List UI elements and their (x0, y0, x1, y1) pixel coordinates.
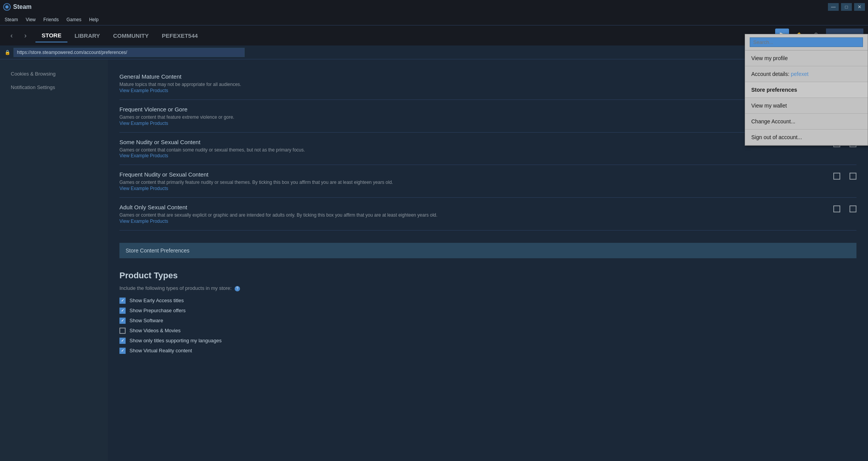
product-type-check-4[interactable] (119, 338, 126, 344)
menu-bar: Steam View Friends Games Help (0, 14, 868, 25)
forward-button[interactable]: › (18, 29, 32, 42)
product-type-label-4: Show only titles supporting my languages (129, 338, 222, 343)
nav-tabs: STORE LIBRARY COMMUNITY PEFEXET544 (35, 29, 204, 42)
product-type-label-3: Show Videos & Movies (129, 328, 181, 333)
dropdown-search-area (745, 34, 868, 50)
sidebar-item-cookies[interactable]: Cookies & Browsing (6, 67, 102, 81)
menu-view[interactable]: View (26, 17, 36, 22)
mature-row-desc-0: Mature topics that may not be appropriat… (119, 81, 826, 88)
dropdown-store-preferences[interactable]: Store preferences (745, 82, 868, 98)
mature-row-title-1: Frequent Violence or Gore (119, 106, 826, 113)
sidebar-item-notifications[interactable]: Notification Settings (6, 81, 102, 94)
svg-point-1 (5, 5, 8, 8)
dropdown-view-wallet[interactable]: View my wallet (745, 98, 868, 114)
info-icon[interactable]: ? (235, 286, 240, 291)
tab-store[interactable]: STORE (35, 29, 67, 42)
mature-row-link-1[interactable]: View Example Products (119, 121, 826, 126)
steam-icon (3, 3, 11, 11)
mature-row-info-0: General Mature Content Mature topics tha… (119, 73, 833, 93)
tab-username[interactable]: PEFEXET544 (156, 29, 204, 42)
menu-help[interactable]: Help (89, 17, 99, 22)
mature-row-title-4: Adult Only Sexual Content (119, 204, 826, 210)
mature-row-info-3: Frequent Nudity or Sexual Content Games … (119, 171, 833, 191)
product-type-label-2: Show Software (129, 318, 163, 323)
mature-row-info-1: Frequent Violence or Gore Games or conte… (119, 106, 833, 126)
menu-games[interactable]: Games (67, 17, 82, 22)
dropdown-change-account[interactable]: Change Account... (745, 114, 868, 130)
back-button[interactable]: ‹ (5, 29, 18, 42)
mature-row-desc-2: Games or content that contain some nudit… (119, 147, 826, 153)
tab-library[interactable]: LIBRARY (68, 29, 106, 42)
sidebar: Cookies & Browsing Notification Settings (0, 59, 108, 461)
product-type-check-0[interactable] (119, 298, 126, 304)
mature-row-info-2: Some Nudity or Sexual Content Games or c… (119, 139, 833, 159)
mature-row-title-2: Some Nudity or Sexual Content (119, 139, 826, 145)
mature-row-link-3[interactable]: View Example Products (119, 186, 826, 191)
main-container: Cookies & Browsing Notification Settings… (0, 59, 868, 461)
dropdown-view-profile[interactable]: View my profile (745, 50, 868, 66)
mature-row-info-4: Adult Only Sexual Content Games or conte… (119, 204, 833, 224)
product-type-label-0: Show Early Access titles (129, 298, 184, 303)
mature-row-link-4[interactable]: View Example Products (119, 219, 826, 224)
tab-community[interactable]: COMMUNITY (107, 29, 155, 42)
lock-icon: 🔒 (5, 50, 10, 55)
mature-row-desc-1: Games or content that feature extreme vi… (119, 114, 826, 121)
address-input[interactable] (13, 48, 245, 57)
mature-row-title-0: General Mature Content (119, 73, 826, 80)
address-bar: 🔒 (0, 45, 868, 59)
menu-friends[interactable]: Friends (43, 17, 59, 22)
account-dropdown: View my profile Account details: pefexet… (745, 34, 868, 146)
product-type-check-2[interactable] (119, 318, 126, 324)
mature-row-desc-3: Games or content that primarily feature … (119, 179, 826, 186)
menu-steam[interactable]: Steam (5, 17, 18, 22)
dropdown-sign-out[interactable]: Sign out of account... (745, 130, 868, 145)
nav-bar: ‹ › STORE LIBRARY COMMUNITY PEFEXET544 📡… (0, 25, 868, 45)
dropdown-account-details[interactable]: Account details: pefexet (745, 66, 868, 82)
steam-logo: Steam (3, 3, 32, 11)
mature-row-title-3: Frequent Nudity or Sexual Content (119, 171, 826, 178)
product-type-check-1[interactable] (119, 308, 126, 314)
product-type-label-5: Show Virtual Reality content (129, 348, 192, 353)
dropdown-overlay: View my profile Account details: pefexet… (745, 0, 868, 461)
product-type-check-3[interactable] (119, 328, 126, 334)
product-type-label-1: Show Prepurchase offers (129, 308, 186, 313)
product-type-check-5[interactable] (119, 348, 126, 354)
dropdown-search-input[interactable] (750, 37, 863, 47)
mature-row-link-2[interactable]: View Example Products (119, 153, 826, 158)
mature-row-link-0[interactable]: View Example Products (119, 88, 826, 93)
mature-row-desc-4: Games or content that are sexually expli… (119, 212, 826, 219)
title-bar: Steam — □ ✕ (0, 0, 868, 14)
